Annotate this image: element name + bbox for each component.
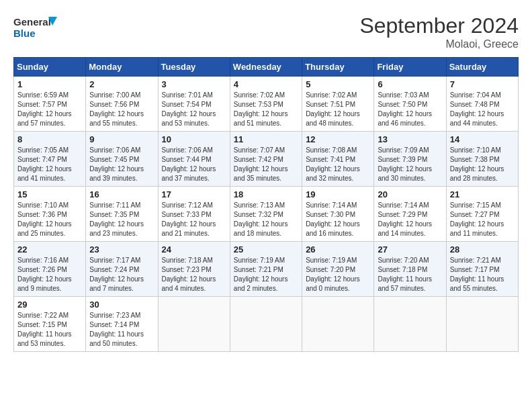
- day-number: 9: [89, 134, 154, 144]
- day-number: 24: [162, 244, 226, 255]
- calendar-cell: 11Sunrise: 7:07 AMSunset: 7:42 PMDayligh…: [230, 132, 302, 187]
- day-detail: Sunrise: 7:14 AMSunset: 7:29 PMDaylight:…: [378, 201, 442, 238]
- header-tuesday: Tuesday: [158, 58, 230, 77]
- header-monday: Monday: [86, 58, 158, 77]
- calendar-cell: 19Sunrise: 7:14 AMSunset: 7:30 PMDayligh…: [302, 187, 374, 242]
- logo: GeneralBlue: [13, 13, 60, 40]
- calendar-cell: 12Sunrise: 7:08 AMSunset: 7:41 PMDayligh…: [302, 132, 374, 187]
- day-detail: Sunrise: 7:03 AMSunset: 7:50 PMDaylight:…: [378, 91, 442, 128]
- calendar-cell: 4Sunrise: 7:02 AMSunset: 7:53 PMDaylight…: [230, 77, 302, 132]
- day-detail: Sunrise: 7:11 AMSunset: 7:35 PMDaylight:…: [89, 201, 154, 238]
- day-detail: Sunrise: 7:20 AMSunset: 7:18 PMDaylight:…: [378, 256, 442, 293]
- svg-text:Blue: Blue: [13, 28, 36, 39]
- day-detail: Sunrise: 7:14 AMSunset: 7:30 PMDaylight:…: [306, 201, 370, 238]
- calendar-cell: [230, 297, 302, 352]
- calendar-cell: 22Sunrise: 7:16 AMSunset: 7:26 PMDayligh…: [14, 242, 86, 297]
- calendar-cell: [158, 297, 230, 352]
- calendar-cell: 9Sunrise: 7:06 AMSunset: 7:45 PMDaylight…: [86, 132, 158, 187]
- header-saturday: Saturday: [446, 58, 518, 77]
- day-detail: Sunrise: 7:04 AMSunset: 7:48 PMDaylight:…: [450, 91, 515, 128]
- day-detail: Sunrise: 7:05 AMSunset: 7:47 PMDaylight:…: [17, 146, 82, 183]
- day-number: 19: [306, 189, 370, 199]
- day-number: 7: [450, 79, 515, 89]
- day-detail: Sunrise: 7:00 AMSunset: 7:56 PMDaylight:…: [89, 91, 154, 128]
- calendar-cell: 15Sunrise: 7:10 AMSunset: 7:36 PMDayligh…: [14, 187, 86, 242]
- header-wednesday: Wednesday: [230, 58, 302, 77]
- calendar-cell: 30Sunrise: 7:23 AMSunset: 7:14 PMDayligh…: [86, 297, 158, 352]
- day-number: 13: [378, 134, 442, 144]
- day-detail: Sunrise: 7:19 AMSunset: 7:21 PMDaylight:…: [234, 256, 298, 293]
- day-detail: Sunrise: 6:59 AMSunset: 7:57 PMDaylight:…: [17, 91, 82, 128]
- day-detail: Sunrise: 7:07 AMSunset: 7:42 PMDaylight:…: [234, 146, 298, 183]
- day-number: 4: [234, 79, 298, 89]
- calendar-week-row: 1Sunrise: 6:59 AMSunset: 7:57 PMDaylight…: [14, 77, 519, 132]
- day-number: 1: [17, 79, 82, 89]
- calendar-cell: 25Sunrise: 7:19 AMSunset: 7:21 PMDayligh…: [230, 242, 302, 297]
- header-thursday: Thursday: [302, 58, 374, 77]
- calendar-subtitle: Molaoi, Greece: [359, 38, 519, 50]
- day-detail: Sunrise: 7:21 AMSunset: 7:17 PMDaylight:…: [450, 256, 515, 293]
- calendar-cell: 18Sunrise: 7:13 AMSunset: 7:32 PMDayligh…: [230, 187, 302, 242]
- calendar-cell: 27Sunrise: 7:20 AMSunset: 7:18 PMDayligh…: [374, 242, 446, 297]
- calendar-cell: 6Sunrise: 7:03 AMSunset: 7:50 PMDaylight…: [374, 77, 446, 132]
- calendar-cell: [374, 297, 446, 352]
- day-number: 29: [17, 300, 82, 310]
- calendar-week-row: 29Sunrise: 7:22 AMSunset: 7:15 PMDayligh…: [14, 297, 519, 352]
- logo-svg: GeneralBlue: [13, 13, 60, 40]
- day-detail: Sunrise: 7:22 AMSunset: 7:15 PMDaylight:…: [17, 311, 82, 349]
- day-detail: Sunrise: 7:06 AMSunset: 7:45 PMDaylight:…: [89, 146, 154, 183]
- day-number: 26: [306, 244, 370, 255]
- calendar-cell: 2Sunrise: 7:00 AMSunset: 7:56 PMDaylight…: [86, 77, 158, 132]
- calendar-cell: [302, 297, 374, 352]
- day-number: 15: [17, 189, 82, 199]
- day-number: 28: [450, 244, 515, 255]
- calendar-table: Sunday Monday Tuesday Wednesday Thursday…: [13, 57, 519, 352]
- day-number: 14: [450, 134, 515, 144]
- calendar-cell: 1Sunrise: 6:59 AMSunset: 7:57 PMDaylight…: [14, 77, 86, 132]
- day-number: 2: [89, 79, 154, 89]
- day-detail: Sunrise: 7:12 AMSunset: 7:33 PMDaylight:…: [162, 201, 226, 238]
- day-number: 16: [89, 189, 154, 199]
- day-detail: Sunrise: 7:16 AMSunset: 7:26 PMDaylight:…: [17, 256, 82, 293]
- day-detail: Sunrise: 7:09 AMSunset: 7:39 PMDaylight:…: [378, 146, 442, 183]
- day-number: 17: [162, 189, 226, 199]
- calendar-cell: 13Sunrise: 7:09 AMSunset: 7:39 PMDayligh…: [374, 132, 446, 187]
- header-sunday: Sunday: [14, 58, 86, 77]
- calendar-cell: 3Sunrise: 7:01 AMSunset: 7:54 PMDaylight…: [158, 77, 230, 132]
- day-detail: Sunrise: 7:19 AMSunset: 7:20 PMDaylight:…: [306, 256, 370, 293]
- day-number: 8: [17, 134, 82, 144]
- day-number: 11: [234, 134, 298, 144]
- day-number: 30: [89, 300, 154, 310]
- day-detail: Sunrise: 7:01 AMSunset: 7:54 PMDaylight:…: [162, 91, 226, 128]
- calendar-cell: 28Sunrise: 7:21 AMSunset: 7:17 PMDayligh…: [446, 242, 518, 297]
- page-header: GeneralBlue September 2024 Molaoi, Greec…: [13, 13, 519, 50]
- calendar-cell: 24Sunrise: 7:18 AMSunset: 7:23 PMDayligh…: [158, 242, 230, 297]
- calendar-cell: 16Sunrise: 7:11 AMSunset: 7:35 PMDayligh…: [86, 187, 158, 242]
- day-number: 20: [378, 189, 442, 199]
- calendar-cell: 21Sunrise: 7:15 AMSunset: 7:27 PMDayligh…: [446, 187, 518, 242]
- calendar-cell: 14Sunrise: 7:10 AMSunset: 7:38 PMDayligh…: [446, 132, 518, 187]
- day-detail: Sunrise: 7:06 AMSunset: 7:44 PMDaylight:…: [162, 146, 226, 183]
- day-detail: Sunrise: 7:23 AMSunset: 7:14 PMDaylight:…: [89, 311, 154, 349]
- calendar-cell: 7Sunrise: 7:04 AMSunset: 7:48 PMDaylight…: [446, 77, 518, 132]
- calendar-cell: 26Sunrise: 7:19 AMSunset: 7:20 PMDayligh…: [302, 242, 374, 297]
- header-friday: Friday: [374, 58, 446, 77]
- day-detail: Sunrise: 7:08 AMSunset: 7:41 PMDaylight:…: [306, 146, 370, 183]
- calendar-week-row: 15Sunrise: 7:10 AMSunset: 7:36 PMDayligh…: [14, 187, 519, 242]
- day-number: 21: [450, 189, 515, 199]
- calendar-cell: 23Sunrise: 7:17 AMSunset: 7:24 PMDayligh…: [86, 242, 158, 297]
- calendar-cell: 20Sunrise: 7:14 AMSunset: 7:29 PMDayligh…: [374, 187, 446, 242]
- day-number: 25: [234, 244, 298, 255]
- svg-text:General: General: [13, 16, 51, 28]
- calendar-cell: 8Sunrise: 7:05 AMSunset: 7:47 PMDaylight…: [14, 132, 86, 187]
- day-detail: Sunrise: 7:02 AMSunset: 7:53 PMDaylight:…: [234, 91, 298, 128]
- calendar-week-row: 8Sunrise: 7:05 AMSunset: 7:47 PMDaylight…: [14, 132, 519, 187]
- day-number: 12: [306, 134, 370, 144]
- calendar-cell: 5Sunrise: 7:02 AMSunset: 7:51 PMDaylight…: [302, 77, 374, 132]
- calendar-cell: 29Sunrise: 7:22 AMSunset: 7:15 PMDayligh…: [14, 297, 86, 352]
- day-detail: Sunrise: 7:17 AMSunset: 7:24 PMDaylight:…: [89, 256, 154, 293]
- day-detail: Sunrise: 7:02 AMSunset: 7:51 PMDaylight:…: [306, 91, 370, 128]
- calendar-week-row: 22Sunrise: 7:16 AMSunset: 7:26 PMDayligh…: [14, 242, 519, 297]
- day-number: 18: [234, 189, 298, 199]
- day-detail: Sunrise: 7:10 AMSunset: 7:36 PMDaylight:…: [17, 201, 82, 238]
